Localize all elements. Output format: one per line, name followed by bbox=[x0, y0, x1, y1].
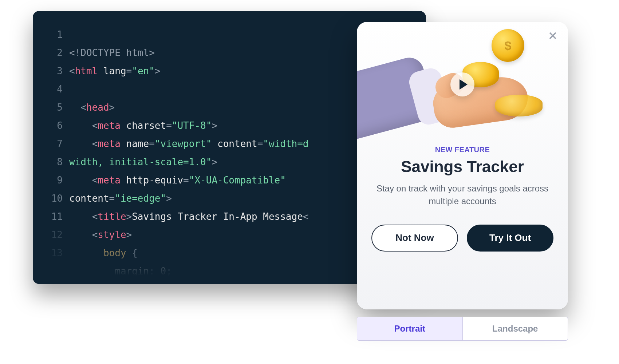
code-line: body { bbox=[69, 248, 138, 258]
eyebrow-label: NEW FEATURE bbox=[357, 146, 568, 154]
play-button[interactable] bbox=[450, 72, 474, 96]
code-line: <title>Savings Tracker In-App Message< bbox=[69, 211, 308, 222]
modal-title: Savings Tracker bbox=[357, 158, 568, 176]
doctype: <!DOCTYPE html> bbox=[69, 47, 155, 58]
line-number: 3 bbox=[33, 62, 69, 80]
line-number: 5 bbox=[33, 98, 69, 116]
code-line: <style> bbox=[69, 229, 132, 240]
line-number: 7 bbox=[33, 135, 69, 153]
line-number: 4 bbox=[33, 80, 69, 98]
not-now-button[interactable]: Not Now bbox=[371, 225, 458, 252]
button-row: Not Now Try It Out bbox=[357, 225, 568, 252]
line-number-gutter: 1 2 3 4 5 6 7 8 9 10 11 12 13 bbox=[33, 11, 69, 284]
orientation-portrait[interactable]: Portrait bbox=[357, 317, 462, 340]
orientation-toggle: Portrait Landscape bbox=[357, 317, 568, 341]
modal-description: Stay on track with your savings goals ac… bbox=[372, 182, 553, 208]
preview-modal: NEW FEATURE Savings Tracker Stay on trac… bbox=[357, 22, 568, 309]
line-number: 2 bbox=[33, 44, 69, 62]
orientation-landscape[interactable]: Landscape bbox=[462, 317, 568, 340]
code-line: <head> bbox=[69, 102, 115, 113]
line-number: 8 bbox=[33, 153, 69, 171]
code-line: <meta name="viewport" content="width=d bbox=[69, 138, 309, 149]
code-line: <meta charset="UTF-8"> bbox=[69, 120, 217, 131]
line-number: 1 bbox=[33, 25, 69, 44]
try-it-out-button[interactable]: Try It Out bbox=[467, 225, 553, 252]
coin-icon bbox=[492, 29, 524, 62]
code-line: margin: 0; bbox=[69, 266, 172, 277]
code-line: <meta http-equiv="X-UA-Compatible" bbox=[69, 175, 286, 186]
code-line: content="ie=edge"> bbox=[69, 193, 172, 204]
line-number: 9 bbox=[33, 171, 69, 189]
line-number: 10 bbox=[33, 189, 69, 207]
line-number: 13 bbox=[33, 244, 69, 262]
line-number: 11 bbox=[33, 207, 69, 226]
line-number: 6 bbox=[33, 116, 69, 135]
hero-illustration bbox=[357, 22, 568, 142]
line-number: 12 bbox=[33, 226, 69, 244]
code-line: <html lang="en"> bbox=[69, 66, 161, 76]
coin-icon bbox=[495, 95, 543, 116]
code-line: width, initial-scale=1.0"> bbox=[69, 157, 217, 167]
code-line: <!DOCTYPE html> bbox=[69, 47, 155, 58]
